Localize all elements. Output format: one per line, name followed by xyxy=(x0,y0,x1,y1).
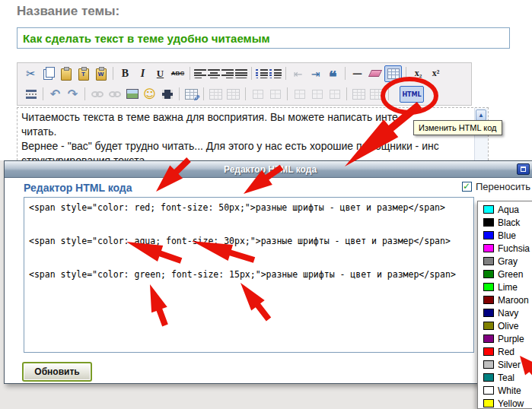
color-swatch xyxy=(483,270,494,278)
toggle-guidelines-icon[interactable] xyxy=(384,65,402,82)
color-swatch xyxy=(483,296,494,304)
wrap-checkbox-label: Переносить с xyxy=(476,181,532,192)
code-line: <span style="color: aqua; font-size: 30p… xyxy=(29,236,469,247)
palette-item-gray[interactable]: Gray xyxy=(478,255,532,268)
palette-item-white[interactable]: White xyxy=(478,384,532,397)
remove-format-icon[interactable] xyxy=(367,66,383,81)
align-right-icon[interactable] xyxy=(221,68,234,78)
outdent-icon[interactable]: ⇤ xyxy=(290,66,306,81)
table-properties-icon[interactable] xyxy=(183,87,199,102)
toolbar-row-2: ↶↷☺HTML xyxy=(18,84,471,104)
color-name: Maroon xyxy=(498,295,529,306)
dialog-titlebar[interactable]: Редактор HTML кода xyxy=(5,161,532,178)
undo-icon[interactable]: ↶ xyxy=(47,87,63,102)
subscript-icon[interactable]: x₂ xyxy=(410,66,426,81)
toolbar-separator xyxy=(285,67,286,80)
toolbar-separator xyxy=(84,87,85,100)
color-name: Navy xyxy=(498,308,518,319)
strikethrough-icon[interactable]: ABC xyxy=(170,66,186,81)
palette-item-silver[interactable]: Silver xyxy=(478,358,532,371)
color-swatch xyxy=(483,309,494,317)
insert-smiley-icon[interactable]: ☺ xyxy=(142,87,158,102)
html-code-textarea[interactable]: <span style="color: red; font-size: 50px… xyxy=(24,197,474,353)
cell-properties-icon[interactable] xyxy=(225,87,241,102)
split-cells-icon[interactable] xyxy=(327,87,342,102)
horizontal-rule-icon[interactable]: — xyxy=(349,66,365,81)
scroll-up-icon[interactable]: ▲ xyxy=(476,109,486,121)
insert-media-icon[interactable] xyxy=(159,87,175,102)
color-name: Olive xyxy=(498,321,518,331)
palette-item-red[interactable]: Red xyxy=(478,345,532,358)
dialog-heading: Редактор HTML кода xyxy=(24,182,132,194)
copy-icon[interactable] xyxy=(40,66,56,81)
toolbar-separator xyxy=(203,87,204,100)
insert-column-icon[interactable] xyxy=(291,87,307,102)
update-button[interactable]: Обновить xyxy=(22,362,92,382)
indent-icon[interactable]: ⇥ xyxy=(307,66,323,81)
color-palette: AquaBlackBlueFuchsiaGrayGreenLimeMaroonN… xyxy=(477,201,532,409)
palette-item-lime[interactable]: Lime xyxy=(478,281,532,293)
bold-icon[interactable]: B xyxy=(117,66,133,81)
cut-icon[interactable]: ✂ xyxy=(23,66,39,81)
color-name: Yellow xyxy=(498,398,524,409)
numbered-list-icon[interactable] xyxy=(269,68,282,78)
palette-item-olive[interactable]: Olive xyxy=(478,319,532,332)
color-name: Gray xyxy=(498,256,518,267)
wysiwyg-line: читать. xyxy=(21,125,473,139)
toolbar-separator xyxy=(388,87,389,100)
insert-link-icon[interactable] xyxy=(89,87,105,102)
code-line: <span style="color: red; font-size: 50px… xyxy=(29,202,469,214)
palette-item-aqua[interactable]: Aqua xyxy=(478,203,532,216)
align-justify-icon[interactable] xyxy=(235,68,247,78)
wysiwyg-text: Читаемость текста в теме важна для воспр… xyxy=(21,110,473,160)
wysiwyg-line: Читаемость текста в теме важна для воспр… xyxy=(21,110,473,125)
page-break-icon[interactable] xyxy=(23,87,39,102)
color-name: Teal xyxy=(498,373,514,383)
palette-item-green[interactable]: Green xyxy=(478,268,532,281)
insert-row-icon[interactable] xyxy=(250,87,266,102)
palette-item-teal[interactable]: Teal xyxy=(478,371,532,384)
palette-item-purple[interactable]: Purple xyxy=(478,332,532,345)
row-properties-icon[interactable] xyxy=(208,87,224,102)
toolbar-separator xyxy=(43,87,43,100)
color-swatch xyxy=(483,218,494,227)
color-name: Fuchsia xyxy=(498,243,530,254)
delete-column-icon[interactable] xyxy=(309,87,325,102)
italic-icon[interactable]: I xyxy=(135,66,151,81)
maximize-icon[interactable] xyxy=(517,163,530,175)
blockquote-icon[interactable]: ❝ xyxy=(325,62,341,84)
redo-icon[interactable]: ↷ xyxy=(65,87,81,102)
table-cells-icon[interactable] xyxy=(368,87,384,102)
dialog-title: Редактор HTML кода xyxy=(224,164,317,175)
merge-cells-icon[interactable] xyxy=(351,87,367,102)
palette-item-navy[interactable]: Navy xyxy=(478,306,532,319)
paste-icon[interactable] xyxy=(58,66,74,81)
color-name: Green xyxy=(498,269,523,280)
palette-item-black[interactable]: Black xyxy=(478,216,532,229)
align-center-icon[interactable] xyxy=(208,68,220,78)
delete-row-icon[interactable] xyxy=(267,87,283,102)
palette-item-blue[interactable]: Blue xyxy=(478,229,532,242)
toolbar-separator xyxy=(179,87,180,100)
palette-item-yellow[interactable]: Yellow xyxy=(478,397,532,409)
bullet-list-icon[interactable] xyxy=(256,68,268,78)
underline-icon[interactable]: U xyxy=(152,66,168,81)
color-name: Lime xyxy=(498,282,518,293)
remove-link-icon[interactable] xyxy=(107,87,123,102)
superscript-icon[interactable]: x² xyxy=(428,66,444,81)
wrap-checkbox[interactable] xyxy=(462,182,472,192)
palette-item-fuchsia[interactable]: Fuchsia xyxy=(478,242,532,255)
insert-image-icon[interactable] xyxy=(124,87,140,102)
html-source-button[interactable]: HTML xyxy=(400,86,424,103)
paste-from-word-icon[interactable]: W xyxy=(93,66,109,81)
palette-item-maroon[interactable]: Maroon xyxy=(478,293,532,306)
toolbar-separator xyxy=(345,67,346,80)
wysiwyg-line: Вернее - "вас" будет трудно читать... Дл… xyxy=(21,139,473,154)
topic-title-input[interactable]: Как сделать текст в теме удобно читаемым xyxy=(17,27,510,49)
color-swatch xyxy=(483,231,494,239)
align-left-icon[interactable] xyxy=(194,68,206,78)
color-swatch xyxy=(483,399,494,407)
paste-as-text-icon[interactable]: T xyxy=(75,66,91,81)
color-swatch xyxy=(483,205,494,214)
color-swatch xyxy=(483,360,494,369)
